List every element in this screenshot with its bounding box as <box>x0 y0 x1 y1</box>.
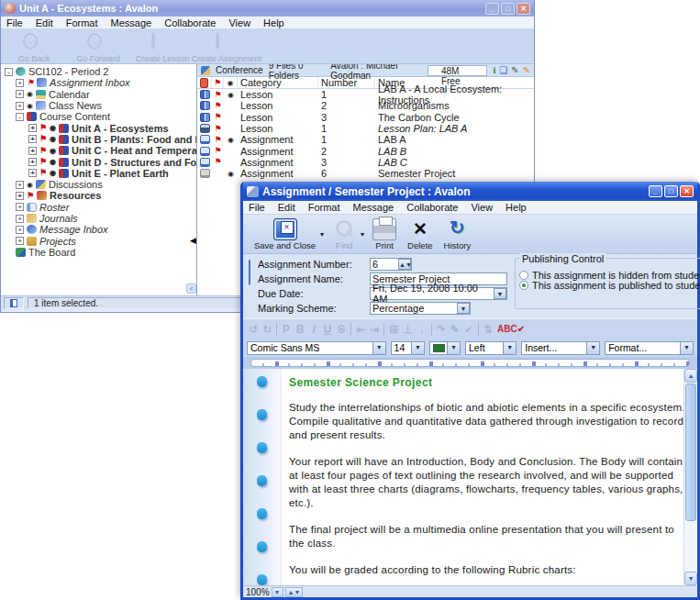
menu-item[interactable]: Format <box>303 201 346 214</box>
tree-expander[interactable]: + <box>28 124 37 132</box>
separator[interactable] <box>431 323 432 336</box>
tree-item[interactable]: + ⚑ ◉ Projects <box>1 235 196 246</box>
tree-expander[interactable]: + <box>16 203 24 211</box>
rich-text-editor[interactable]: Semester Science Project Study the inter… <box>243 369 697 585</box>
tree-expander[interactable]: - <box>16 113 24 121</box>
anchor-icon[interactable]: ⊥ <box>403 323 412 336</box>
separator[interactable] <box>478 323 479 336</box>
menu-item[interactable]: Collaborate <box>159 17 221 29</box>
chevron-down-icon[interactable]: ▼ <box>457 303 470 314</box>
sort-icon[interactable]: ⇅ <box>483 323 493 336</box>
menu-item[interactable]: Message <box>348 201 400 214</box>
tree-expander[interactable]: + <box>16 226 24 234</box>
scroll-up-arrow[interactable]: ▲ <box>684 369 697 383</box>
tree-item[interactable]: + ⚑ ◉ Assignment Inbox <box>1 77 196 88</box>
chevron-down-icon[interactable]: ▼ <box>447 342 460 354</box>
edit-pencil-icon[interactable]: ✎ <box>511 66 518 75</box>
menu-item[interactable]: File <box>1 17 28 29</box>
tree-item[interactable]: + ⚑ ◉ Discussions <box>1 179 196 190</box>
radio-button[interactable] <box>519 281 528 290</box>
tree-item[interactable]: + ⚑ ◉ Message Inbox <box>1 224 196 235</box>
rotate-icon[interactable]: ↷ <box>437 323 446 336</box>
spellcheck-icon[interactable]: ABC✔ <box>497 324 525 334</box>
find-button[interactable]: Find <box>328 217 360 251</box>
tree-item[interactable]: ⚑ ◉ The Board <box>1 247 196 258</box>
splitter-collapse-arrow[interactable]: ◀ <box>190 236 196 245</box>
tree-item[interactable]: - ⚑ ◉ Course Content <box>1 111 196 122</box>
marking-scheme-combo[interactable]: Percentage▼ <box>370 302 471 315</box>
tree-item[interactable]: + ⚑ ◉ Roster <box>1 202 196 213</box>
menu-item[interactable]: Edit <box>30 17 59 29</box>
separator[interactable] <box>383 323 384 336</box>
menu-item[interactable]: Format <box>61 17 104 29</box>
separator[interactable] <box>350 323 351 336</box>
alignment-combo[interactable]: Left▼ <box>465 341 517 355</box>
maximize-button[interactable]: □ <box>501 3 515 15</box>
minimize-button[interactable]: _ <box>485 3 499 15</box>
vertical-scrollbar[interactable]: ▲ ▼ <box>683 369 697 585</box>
tree-item[interactable]: + ⚑ ◉ Unit D - Structures and Forces <box>1 156 196 167</box>
menu-item[interactable]: View <box>465 201 498 214</box>
font-family-combo[interactable]: Comic Sans MS▼ <box>247 341 386 355</box>
insert-table-icon[interactable]: ⊞ <box>389 323 398 336</box>
close-button[interactable]: ✕ <box>517 3 530 15</box>
menu-item[interactable]: Help <box>258 17 290 29</box>
pencil-icon[interactable]: ✎ <box>450 323 460 336</box>
bold-icon[interactable]: B <box>295 323 305 336</box>
go-forward-button[interactable]: → Go Forward <box>71 32 126 63</box>
dropdown-arrow-icon[interactable]: ▾ <box>361 230 364 239</box>
go-back-button[interactable]: ← Go Back <box>6 32 61 63</box>
table-row[interactable]: ⚑ ◉ Lesson 2 Microorganisms <box>197 100 534 111</box>
undo-icon[interactable]: ↺ <box>249 323 258 336</box>
table-row[interactable]: ⚑ ◉ Assignment 6 Semester Project <box>197 168 534 179</box>
scroll-thumb[interactable] <box>685 383 696 521</box>
chevron-down-icon[interactable]: ▼ <box>372 342 385 354</box>
table-row[interactable]: ⚑ ◉ Assignment 2 LAB B <box>197 145 534 156</box>
font-size-combo[interactable]: 14▼ <box>391 341 425 355</box>
back-titlebar[interactable]: Unit A - Ecosystems : Avalon _ □ ✕ <box>1 0 534 17</box>
tree-scroll-left-arrow[interactable]: < <box>186 283 196 294</box>
outdent-icon[interactable]: ⇤ <box>356 323 365 336</box>
column-category[interactable]: Category <box>238 77 318 88</box>
column-number[interactable]: Number <box>318 77 375 88</box>
font-color-combo[interactable]: ▼ <box>429 341 461 355</box>
table-row[interactable]: ⚑ ◉ Assignment 3 LAB C <box>197 157 534 168</box>
create-assignment-button[interactable]: Create Assignment <box>199 32 254 63</box>
assignment-number-stepper[interactable]: 6▲▼ <box>370 258 412 271</box>
strikethrough-icon[interactable]: S <box>337 323 346 336</box>
indent-icon[interactable]: ⇥ <box>370 323 379 336</box>
tree-expander[interactable]: + <box>16 90 24 98</box>
chevron-down-icon[interactable]: ▼ <box>586 342 599 354</box>
tree-expander[interactable]: + <box>28 169 37 177</box>
format-combo[interactable]: Format...▼ <box>605 341 694 355</box>
redo-icon[interactable]: ↻ <box>262 323 272 336</box>
tree-expander[interactable]: + <box>16 79 24 87</box>
chevron-down-icon[interactable]: ▼ <box>494 288 506 299</box>
dropdown-arrow-icon[interactable]: ▾ <box>320 230 324 239</box>
scroll-down-arrow[interactable]: ▼ <box>684 572 697 585</box>
tree-expander[interactable]: + <box>28 147 37 155</box>
tree-item[interactable]: + ⚑ ◉ Unit C - Heat and Temperature <box>1 145 196 156</box>
separator[interactable] <box>276 323 277 336</box>
tree-item[interactable]: + ⚑ ◉ Unit B - Plants: Food and Fibre <box>1 134 196 145</box>
save-and-close-button[interactable]: Save and Close <box>250 217 319 251</box>
close-button[interactable]: ✕ <box>680 185 694 197</box>
menu-item[interactable]: Edit <box>272 201 301 214</box>
table-row[interactable]: ⚑ ◉ Lesson 1 Lesson Plan: LAB A <box>197 123 534 134</box>
tree-expander[interactable]: + <box>16 102 24 110</box>
table-row[interactable]: ⚑ ◉ Assignment 1 LAB A <box>197 134 534 145</box>
tree-expander[interactable]: + <box>28 158 37 166</box>
menu-item[interactable]: View <box>223 17 256 29</box>
table-row[interactable]: ⚑ ◉ Lesson 1 LAB A - A Local Ecosystem: … <box>197 89 534 100</box>
underline-icon[interactable]: U <box>323 323 332 336</box>
chevron-down-icon[interactable]: ▼ <box>680 342 693 354</box>
spinner-buttons[interactable]: ▲▼ <box>398 259 411 270</box>
tree-item[interactable]: + ⚑ ◉ Resources <box>1 190 196 201</box>
print-button[interactable]: Print <box>369 217 400 251</box>
tree-item[interactable]: - ⚑ ◉ SCI102 - Period 2 <box>1 66 196 77</box>
tree-item[interactable]: + ⚑ ◉ Journals <box>1 213 196 224</box>
tree-item[interactable]: + ⚑ ◉ Class News <box>1 100 196 111</box>
zoom-stepper[interactable]: ▲▼ <box>285 587 304 597</box>
paragraph-style-icon[interactable]: P <box>282 323 291 336</box>
front-titlebar[interactable]: Assignment / Semester Project : Avalon _… <box>243 182 697 201</box>
